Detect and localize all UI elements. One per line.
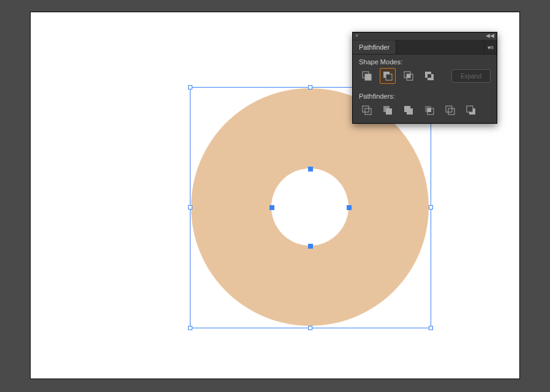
svg-rect-16 xyxy=(428,108,431,112)
minus-back-icon[interactable] xyxy=(463,102,479,118)
svg-rect-11 xyxy=(365,108,371,115)
expand-button[interactable]: Expand xyxy=(451,69,491,83)
resize-handle-bottom-left[interactable] xyxy=(188,326,192,330)
pathfinders-label: Pathfinders: xyxy=(353,89,497,102)
tab-empty-area xyxy=(396,40,484,54)
minus-front-icon[interactable] xyxy=(380,68,396,84)
svg-rect-3 xyxy=(386,74,392,80)
svg-rect-20 xyxy=(467,106,473,112)
svg-rect-6 xyxy=(407,74,410,78)
panel-menu-icon[interactable]: ▾≡ xyxy=(484,40,497,54)
intersect-icon[interactable] xyxy=(401,68,416,84)
svg-rect-18 xyxy=(448,108,454,115)
svg-rect-10 xyxy=(363,106,369,112)
resize-handle-middle-right[interactable] xyxy=(429,205,433,209)
donut-inner-hole xyxy=(271,168,348,246)
collapse-icon[interactable]: ◀◀ xyxy=(486,32,494,39)
crop-icon[interactable] xyxy=(421,102,437,118)
resize-handle-bottom-middle[interactable] xyxy=(308,326,312,330)
svg-rect-13 xyxy=(386,108,392,115)
merge-icon[interactable] xyxy=(401,102,416,118)
panel-tab-row: Pathfinder ▾≡ xyxy=(353,40,497,55)
close-icon[interactable]: × xyxy=(355,32,358,39)
resize-handle-bottom-right[interactable] xyxy=(429,326,433,330)
pathfinder-panel[interactable]: × ◀◀ Pathfinder ▾≡ Shape Modes: Expand P… xyxy=(352,32,497,124)
divide-icon[interactable] xyxy=(359,102,375,118)
panel-titlebar[interactable]: × ◀◀ xyxy=(353,32,497,40)
pathfinders-row xyxy=(353,102,497,123)
shape-modes-row: Expand xyxy=(353,68,497,89)
donut-shape[interactable] xyxy=(191,88,429,326)
exclude-icon[interactable] xyxy=(421,68,437,84)
unite-icon[interactable] xyxy=(359,68,375,84)
shape-modes-label: Shape Modes: xyxy=(353,55,497,68)
svg-rect-1 xyxy=(365,74,371,80)
svg-rect-9 xyxy=(428,74,431,78)
svg-rect-17 xyxy=(446,106,452,112)
trim-icon[interactable] xyxy=(380,102,396,118)
tab-pathfinder[interactable]: Pathfinder xyxy=(353,40,396,54)
outline-icon[interactable] xyxy=(442,102,458,118)
